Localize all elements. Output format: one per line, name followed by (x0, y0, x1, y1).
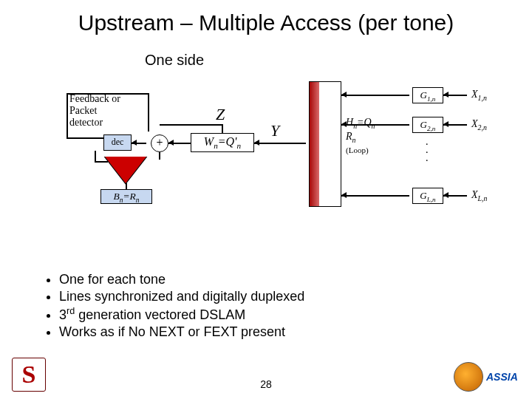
x2-label: X2,n (471, 118, 487, 132)
page-number: 28 (0, 378, 532, 390)
gain-triangle (105, 157, 146, 183)
feedback-detector-label: Feedback orPacketdetector (69, 93, 143, 129)
gL-block: GL,n (412, 188, 443, 204)
assia-mark-icon (454, 362, 483, 392)
bullet-list: One for each tone Lines synchronized and… (30, 272, 304, 341)
bullet-item: Lines synchronized and digitally duplexe… (59, 289, 304, 304)
bn-block: Bn=Rn (100, 189, 152, 204)
g2-block: G2,n (412, 117, 443, 133)
wn-block: Wn=Q'n (191, 133, 254, 152)
hn-label: Hn=Qn Rn (Loop) (346, 117, 375, 157)
slide-title: Upstream – Multiple Access (per tone) (0, 0, 532, 35)
assia-text: ASSIA (486, 371, 518, 383)
stanford-s-icon: S (13, 358, 45, 391)
z-label: Z (216, 105, 225, 124)
hn-block (309, 81, 341, 207)
block-diagram: Feedback orPacketdetector dec + Bn=Rn Z … (44, 80, 517, 220)
slide-subtitle: One side (145, 52, 204, 69)
bullet-item: Works as if No NEXT or FEXT present (59, 324, 304, 340)
xL-label: XL,n (471, 189, 487, 202)
dec-block: dec (103, 134, 132, 151)
bullet-item: One for each tone (59, 272, 304, 287)
sum-junction: + (151, 134, 168, 152)
bullet-item: 3rd generation vectored DSLAM (59, 306, 304, 323)
y-label: Y (270, 121, 279, 140)
assia-logo: ASSIA (454, 362, 520, 392)
g1-block: G1,n (412, 87, 443, 103)
vertical-dots: ··· (426, 140, 429, 166)
stanford-logo: S (12, 358, 46, 392)
x1-label: X1,n (471, 89, 487, 102)
